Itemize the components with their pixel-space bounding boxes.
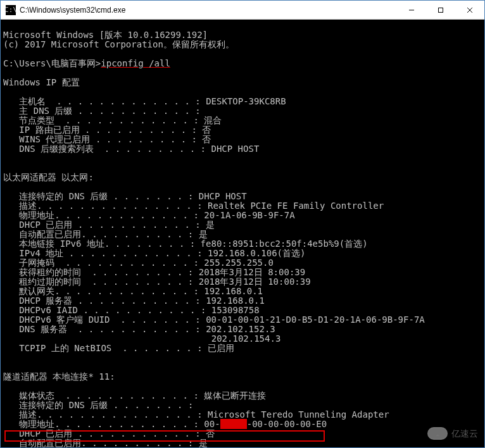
kv-value: Realtek PCIe FE Family Controller bbox=[208, 201, 384, 211]
kv-row: DNS 后缀搜索列表 . . . . . . . . . : DHCP HOST bbox=[3, 144, 259, 154]
kv-value: -00-00-00-00-E0 bbox=[247, 419, 327, 429]
kv-row: 自动配置已启用. . . . . . . . . . : 是 bbox=[3, 438, 208, 447]
kv-dots: . . . . . . . : bbox=[108, 191, 198, 201]
kv-row: 主机名 . . . . . . . . . . . . . : DESKTOP-… bbox=[3, 96, 286, 106]
kv-dots: . . . . . . . : bbox=[108, 400, 198, 410]
minimize-button[interactable] bbox=[397, 1, 426, 19]
kv-dots: . . . . . . . . . . . . . : bbox=[46, 96, 206, 106]
kv-row: 子网掩码 . . . . . . . . . . . . : 255.255.2… bbox=[3, 258, 274, 268]
kv-row: 物理地址. . . . . . . . . . . . . : 20-1A-06… bbox=[3, 210, 295, 220]
kv-value: 20-1A-06-9B-9F-7A bbox=[204, 210, 294, 220]
svg-rect-1 bbox=[439, 8, 443, 12]
kv-label: 描述 bbox=[19, 409, 37, 420]
kv-label: 主机名 bbox=[19, 96, 46, 106]
blank-line bbox=[3, 163, 8, 173]
kv-row: DHCPv6 客户端 DUID . . . . . . . : 00-01-00… bbox=[3, 314, 425, 325]
kv-row: 物理地址. . . . . . . . . . . . . : 00-00-00… bbox=[3, 419, 327, 429]
kv-label: 连接特定的 DNS 后缀 bbox=[19, 400, 108, 410]
kv-row: DHCP 已启用 . . . . . . . . . . . : 是 bbox=[3, 220, 215, 230]
kv-row: WINS 代理已启用 . . . . . . . . . : 否 bbox=[3, 134, 211, 144]
kv-label: DHCPv6 IAID bbox=[19, 305, 78, 315]
ip-config-block: 主机名 . . . . . . . . . . . . . : DESKTOP-… bbox=[3, 97, 482, 154]
kv-dots: . . . . . . . . . . . . . : bbox=[54, 419, 204, 429]
kv-label: 自动配置已启用 bbox=[19, 438, 81, 447]
kv-row: DNS 服务器 . . . . . . . . . . . : 202.102.… bbox=[3, 324, 275, 334]
tunnel-block: 媒体状态 . . . . . . . . . . . . : 媒体已断开连接 连… bbox=[3, 391, 482, 447]
kv-label: WINS 代理已启用 bbox=[19, 134, 90, 144]
kv-dots: . . . . . . . . . : bbox=[94, 144, 211, 154]
kv-row: 默认网关. . . . . . . . . . . . . : 192.168.… bbox=[3, 286, 263, 296]
kv-row: 连接特定的 DNS 后缀 . . . . . . . : DHCP HOST bbox=[3, 191, 247, 201]
kv-value: 是 bbox=[199, 229, 208, 239]
close-button[interactable] bbox=[455, 1, 484, 19]
maximize-icon bbox=[438, 7, 444, 13]
kv-label: DHCPv6 客户端 DUID bbox=[19, 314, 110, 325]
blank-line bbox=[3, 68, 8, 78]
kv-row: 自动配置已启用. . . . . . . . . . : 是 bbox=[3, 229, 208, 239]
kv-dots: . . . . . . . . . : bbox=[81, 267, 198, 277]
cmd-window: C:\ C:\Windows\system32\cmd.exe Microsof… bbox=[0, 0, 485, 448]
kv-value: 否 bbox=[202, 134, 211, 144]
kv-value: DHCP HOST bbox=[211, 144, 259, 154]
kv-dots: . . . . . . . . . . . : bbox=[72, 428, 206, 439]
copyright-line: (c) 2017 Microsoft Corporation。保留所有权利。 bbox=[3, 39, 234, 49]
ethernet-block: 连接特定的 DNS 后缀 . . . . . . . : DHCP HOST 描… bbox=[3, 192, 482, 353]
kv-value: fe80::8951:bcc2:50f:4e5b%9(首选) bbox=[201, 239, 368, 249]
kv-label: 本地链接 IPv6 地址 bbox=[19, 239, 104, 249]
kv-dots: . . . . . . . . . . : bbox=[81, 438, 198, 447]
kv-dots: . . . . . . . . . . . . : bbox=[54, 258, 204, 268]
maximize-button[interactable] bbox=[426, 1, 455, 19]
kv-label: DNS 后缀搜索列表 bbox=[19, 144, 94, 154]
kv-dots: . . . . . . . . . . . : bbox=[72, 220, 206, 230]
kv-row: 描述. . . . . . . . . . . . . . . : Realte… bbox=[3, 201, 384, 211]
kv-value: 00-01-00-01-21-D0-B5-D1-20-1A-06-9B-9F-7… bbox=[206, 314, 425, 325]
kv-label: 节点类型 bbox=[19, 115, 54, 125]
kv-value: 202.102.152.3 bbox=[206, 324, 275, 334]
kv-label: 描述 bbox=[19, 201, 37, 211]
section-ethernet: 以太网适配器 以太网: bbox=[3, 172, 94, 182]
kv-label: DHCP 已启用 bbox=[19, 428, 72, 439]
kv-value: 202.102.154.3 bbox=[211, 333, 281, 344]
kv-value: 2018年3月12日 10:00:39 bbox=[199, 277, 311, 287]
kv-row: 描述. . . . . . . . . . . . . . . : Micros… bbox=[3, 409, 389, 420]
close-icon bbox=[467, 7, 473, 13]
kv-value: 192.168.0.106(首选) bbox=[208, 248, 305, 258]
blank-line bbox=[3, 49, 8, 59]
kv-row: 媒体状态 . . . . . . . . . . . . : 媒体已断开连接 bbox=[3, 390, 266, 401]
kv-dots: . . . . . . . . . . . . . : bbox=[54, 210, 204, 220]
kv-row: DHCP 服务器 . . . . . . . . . . . : 192.168… bbox=[3, 296, 265, 306]
window-title: C:\Windows\system32\cmd.exe bbox=[20, 6, 397, 15]
kv-dots: . . . . . . . . . . . : bbox=[72, 296, 206, 306]
kv-value: 255.255.255.0 bbox=[204, 258, 274, 268]
kv-value: 否 bbox=[206, 428, 215, 439]
kv-label: 获得租约的时间 bbox=[19, 267, 81, 277]
kv-dots: . . . . . . . . . . : bbox=[80, 125, 203, 135]
blank-line bbox=[3, 87, 8, 97]
minimize-icon bbox=[408, 7, 415, 13]
titlebar[interactable]: C:\ C:\Windows\system32\cmd.exe bbox=[1, 1, 484, 20]
kv-label: 主 DNS 后缀 bbox=[19, 106, 72, 116]
kv-value: 否 bbox=[202, 125, 211, 135]
kv-dots: . . . . . . . . . . : bbox=[81, 229, 198, 239]
kv-label: 物理地址 bbox=[19, 210, 54, 220]
kv-dots: . . . . . . . . : bbox=[104, 239, 201, 249]
kv-row: 202.102.154.3 bbox=[3, 333, 280, 344]
kv-label: TCPIP 上的 NetBIOS bbox=[19, 343, 111, 353]
kv-dots: . . . . . . . . . . . . : bbox=[54, 390, 204, 401]
titlebar-buttons bbox=[397, 1, 484, 19]
kv-row: 获得租约的时间 . . . . . . . . . : 2018年3月12日 8… bbox=[3, 267, 305, 277]
kv-label: DHCP 服务器 bbox=[19, 296, 72, 306]
censored-value: 00-00 bbox=[220, 419, 247, 429]
kv-row: DHCPv6 IAID . . . . . . . . . . . : 1530… bbox=[3, 305, 260, 315]
kv-dots: . . . . . . . . . : bbox=[81, 277, 198, 287]
kv-value: 混合 bbox=[204, 115, 222, 125]
kv-row: 租约过期的时间 . . . . . . . . . : 2018年3月12日 1… bbox=[3, 277, 311, 287]
prompt-line: C:\Users\电脑百事网>ipconfig /all bbox=[3, 58, 170, 68]
kv-label: 租约过期的时间 bbox=[19, 277, 81, 287]
kv-dots: . . . . . . . . . . . . . : bbox=[54, 286, 204, 296]
kv-row: 本地链接 IPv6 地址. . . . . . . . : fe80::8951… bbox=[3, 239, 368, 249]
kv-row: TCPIP 上的 NetBIOS . . . . . . . : 已启用 bbox=[3, 343, 234, 353]
prompt-path: C:\Users\电脑百事网> bbox=[3, 58, 101, 68]
blank-line bbox=[3, 381, 8, 391]
terminal-output[interactable]: Microsoft Windows [版本 10.0.16299.192] (c… bbox=[1, 20, 484, 447]
